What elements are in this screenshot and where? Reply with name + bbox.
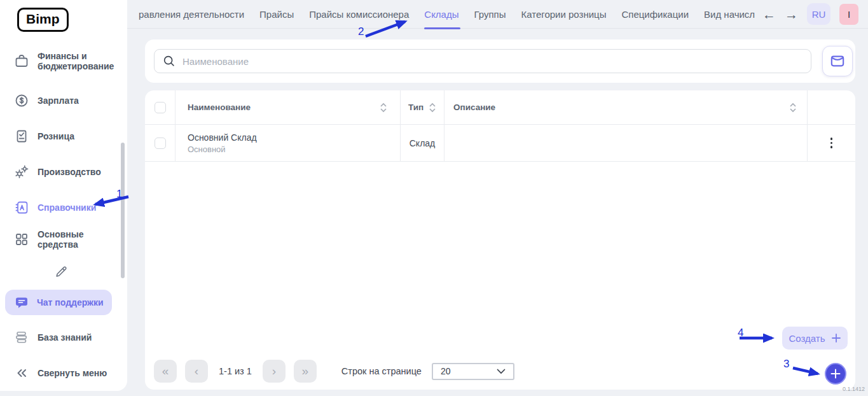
header-checkbox-cell [145, 90, 176, 124]
rows-per-page-value: 20 [441, 366, 451, 376]
sidebar-item-label: Основные средства [38, 229, 121, 250]
clipboard-check-icon [14, 129, 29, 144]
chevron-down-icon [497, 369, 506, 374]
archive-box-icon [829, 52, 846, 70]
sidebar-item-label: Зарплата [38, 95, 121, 106]
search-panel [145, 39, 855, 83]
sort-icon[interactable] [429, 102, 436, 113]
double-chevron-left-icon [14, 365, 29, 381]
books-icon [14, 330, 29, 345]
select-all-checkbox[interactable] [155, 102, 166, 113]
gears-icon [14, 164, 29, 180]
column-header-description[interactable]: Описание [444, 90, 808, 124]
briefcase-icon [14, 53, 29, 69]
sidebar-item-label: Справочники [38, 202, 121, 213]
dictionary-icon [14, 200, 29, 215]
tab-specifications[interactable]: Спецификации [614, 0, 696, 29]
create-button-label: Создать [789, 333, 825, 344]
tabs-scroll-right-icon[interactable]: → [785, 8, 798, 21]
sidebar-item-directories[interactable]: Справочники [14, 200, 121, 215]
pagination-first-button[interactable]: « [154, 360, 177, 383]
sidebar-item-production[interactable]: Производство [14, 164, 121, 180]
chat-icon [14, 295, 29, 310]
sidebar-item-label: Финансы и бюджетирование [38, 51, 121, 71]
app-version: 0.1.1412 [843, 386, 865, 392]
rows-per-page-select[interactable]: 20 [432, 363, 514, 380]
sidebar-item-label: Чат поддержки [37, 297, 104, 308]
search-box [154, 49, 811, 73]
tab-accrual-type[interactable]: Вид начисл [696, 0, 762, 29]
sort-icon[interactable] [789, 102, 797, 113]
sidebar-item-support-chat[interactable]: Чат поддержки [5, 290, 112, 315]
row-name-cell: Основний Склад Основной [176, 125, 401, 161]
row-menu-button[interactable] [828, 135, 836, 151]
add-fab-button[interactable] [825, 363, 846, 385]
tabs-scroll-left-icon[interactable]: ← [762, 8, 776, 21]
table-row[interactable]: Основний Склад Основной Склад [145, 125, 855, 162]
dollar-circle-icon [14, 93, 29, 108]
row-type-cell: Склад [401, 125, 444, 161]
language-switcher[interactable]: RU [807, 3, 830, 25]
tab-price-lists[interactable]: Прайсы [252, 0, 301, 29]
sidebar-item-finance[interactable]: Финансы и бюджетирование [14, 51, 121, 71]
column-header-type[interactable]: Тип [401, 90, 444, 124]
pagination-next-button[interactable]: › [263, 360, 286, 383]
row-checkbox-cell [145, 125, 176, 161]
pagination-prev-button[interactable]: ‹ [185, 360, 208, 383]
search-input[interactable] [183, 56, 803, 67]
archive-button[interactable] [822, 46, 853, 76]
pencil-icon [54, 265, 68, 279]
user-avatar[interactable]: I [839, 4, 858, 25]
pagination: « ‹ 1-1 из 1 › » Строк на странице 20 [154, 360, 514, 383]
warehouse-type: Склад [410, 138, 436, 148]
plus-icon [830, 368, 841, 379]
warehouse-name: Основний Склад [188, 132, 257, 143]
app-root: { "app": { "logo": "Bimp", "version": "0… [0, 0, 868, 396]
pagination-last-button[interactable]: » [294, 360, 317, 383]
edit-menu-button[interactable] [54, 265, 68, 279]
sidebar-item-label: Производство [38, 167, 121, 177]
warehouse-subtitle: Основной [188, 145, 257, 154]
sidebar-item-label: Розница [38, 131, 121, 141]
row-actions-cell [808, 125, 855, 161]
sidebar-item-label: База знаний [38, 332, 121, 343]
rows-per-page-label: Строк на странице [341, 366, 422, 376]
grid-icon [14, 232, 29, 247]
sidebar-item-retail[interactable]: Розница [14, 129, 121, 144]
tab-groups[interactable]: Группы [467, 0, 514, 29]
warehouses-table: Наименование Тип Описание [145, 90, 855, 390]
sidebar-item-salary[interactable]: Зарплата [14, 93, 121, 108]
sidebar-item-label: Свернуть меню [38, 368, 121, 378]
pagination-range: 1-1 из 1 [219, 366, 252, 376]
tab-warehouses[interactable]: Склады [417, 0, 466, 29]
topbar-right-cluster: ← → RU I [762, 3, 858, 25]
tab-retail-categories[interactable]: Категории розницы [513, 0, 614, 29]
collapse-menu-button[interactable]: Свернуть меню [14, 365, 121, 381]
top-tab-bar: равления деятельности Прайсы Прайсы коми… [127, 0, 868, 29]
column-header-name[interactable]: Наименование [176, 90, 401, 124]
header-actions-cell [808, 90, 855, 124]
sort-icon[interactable] [380, 102, 387, 113]
search-icon [162, 54, 176, 68]
create-button[interactable]: Создать [782, 327, 848, 350]
table-header-row: Наименование Тип Описание [145, 90, 855, 125]
sidebar-item-knowledge-base[interactable]: База знаний [14, 330, 121, 345]
row-checkbox[interactable] [155, 138, 166, 149]
plus-icon [831, 333, 841, 343]
sidebar-item-fixed-assets[interactable]: Основные средства [14, 229, 121, 250]
row-description-cell [444, 125, 808, 161]
tab-commission-price-lists[interactable]: Прайсы комиссионера [301, 0, 417, 29]
sidebar-scrollbar[interactable] [121, 143, 125, 278]
app-logo[interactable]: Bimp [17, 8, 69, 32]
tab-activity-areas[interactable]: равления деятельности [137, 0, 252, 29]
sidebar: Bimp Финансы и бюджетирование Зарплата [0, 0, 127, 391]
